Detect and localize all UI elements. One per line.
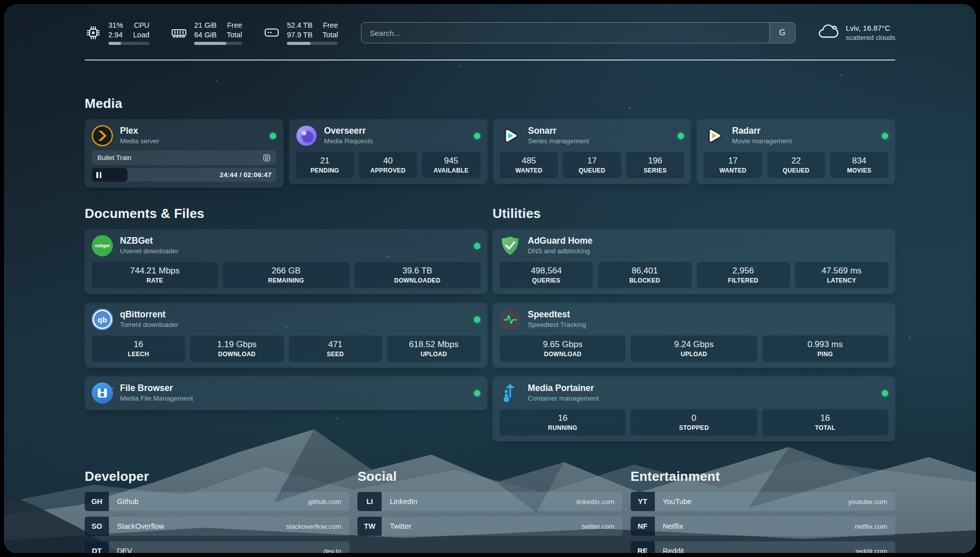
service-card-sonarr[interactable]: Sonarr Series management 485 WANTED 17 Q… (493, 119, 692, 184)
stat-label: QUEUED (783, 167, 810, 175)
section-title-media: Media (85, 96, 895, 112)
service-card-radarr[interactable]: Radarr Movie management 17 WANTED 22 QUE… (697, 119, 895, 184)
bookmark-url: dev.to (324, 547, 342, 553)
section-title-documents: Documents & Files (85, 206, 487, 221)
bookmark-url: youtube.com (848, 498, 887, 506)
header-divider (85, 60, 895, 61)
service-card-qbittorrent[interactable]: qb qBittorrent Torrent downloader 16 LEE… (85, 303, 487, 368)
plex-icon (92, 125, 113, 146)
bookmark-abbr: RE (631, 541, 655, 553)
service-description: DNS and adblocking (528, 247, 592, 256)
stat-label: PING (818, 351, 833, 358)
section-social: Social LI LinkedIn linkedin.com TW Twitt… (357, 469, 622, 541)
bookmark-twitter[interactable]: TW Twitter twitter.com (357, 517, 622, 536)
section-title-developer: Developer (85, 469, 349, 484)
service-card-overseerr[interactable]: Overseerr Media Requests 21 PENDING 40 A… (289, 119, 487, 184)
stat-value: 86,401 (632, 265, 658, 276)
now-playing-row: Bullet Train (92, 150, 276, 165)
radarr-icon (704, 125, 725, 146)
stat-label: RATE (147, 277, 163, 285)
stat-value: 17 (728, 155, 738, 166)
cpu-percent: 31% (108, 21, 123, 30)
service-card-nzbget[interactable]: nzbget NZBGet Usenet downloader 744.21 M… (85, 229, 487, 294)
stat-label: QUERIES (532, 277, 561, 285)
load-label: Load (133, 30, 149, 40)
service-card-adguard[interactable]: AdGuard Home DNS and adblocking 498,564 … (493, 229, 895, 294)
stat-queries: 498,564 QUERIES (500, 262, 593, 288)
service-name: Media Portainer (528, 383, 599, 394)
stat-label: AVAILABLE (434, 167, 469, 175)
status-dot (270, 133, 276, 139)
weather-location-temp: Lviv, 16.87°C (846, 23, 895, 33)
stat-value: 16 (134, 339, 143, 350)
section-utilities: Utilities (493, 206, 895, 441)
bookmark-name: Reddit (663, 547, 684, 553)
service-description: Container management (528, 395, 599, 403)
playback-time: 24:44 / 02:06:47 (220, 171, 272, 179)
stat-value: 47.569 ms (822, 265, 862, 276)
bookmark-name: YouTube (663, 497, 692, 506)
service-name: Speedtest (528, 309, 586, 320)
bookmark-youtube[interactable]: YT YouTube youtube.com (631, 492, 895, 511)
stat-label: PENDING (311, 167, 339, 175)
stat-value: 618.52 Mbps (409, 339, 458, 350)
stat-label: FILTERED (728, 277, 758, 285)
service-description: Usenet downloader (120, 247, 178, 256)
bookmark-netflix[interactable]: NF Netflix netflix.com (631, 517, 895, 536)
bookmark-abbr: YT (631, 492, 655, 511)
bookmark-linkedin[interactable]: LI LinkedIn linkedin.com (357, 492, 622, 511)
search-provider-button[interactable]: G (769, 23, 795, 43)
search-bar: G (361, 22, 795, 43)
free-label: Free (323, 21, 338, 30)
bookmark-dev[interactable]: DT DEV dev.to (85, 541, 349, 553)
stat-value: 17 (587, 155, 597, 166)
adguard-icon (500, 235, 521, 256)
stat-label: DOWNLOAD (218, 351, 256, 358)
stat-value: 1.19 Gbps (217, 339, 257, 350)
stat-approved: 40 APPROVED (359, 152, 417, 178)
bookmark-reddit[interactable]: RE Reddit reddit.com (631, 541, 895, 553)
bookmark-name: DEV (117, 547, 132, 553)
stat-label: WANTED (515, 167, 542, 175)
stat-value: 9.24 Gbps (674, 339, 713, 350)
section-documents: Documents & Files nzbget NZBGet Usenet d… (85, 206, 487, 410)
service-card-portainer[interactable]: Media Portainer Container management 16 … (493, 376, 895, 441)
status-dot (678, 133, 684, 139)
memory-progress-bar (194, 42, 242, 45)
section-entertainment: Entertainment YT YouTube youtube.com NF … (631, 469, 895, 553)
nzbget-icon: nzbget (92, 235, 113, 256)
bookmark-name: StackOverflow (117, 522, 164, 530)
bookmark-github[interactable]: GH Github github.com (85, 492, 349, 511)
stat-value: 266 GB (272, 265, 301, 276)
disk-widget: 52.4 TB 97.9 TB Free Total (263, 21, 338, 44)
stat-ping: 0.993 ms PING (762, 336, 888, 362)
service-name: Radarr (732, 126, 792, 137)
cpu-load-value: 2.94 (108, 30, 123, 40)
stat-queued: 17 QUEUED (563, 152, 621, 178)
stat-value: 39.6 TB (402, 265, 432, 276)
status-dot (882, 133, 888, 139)
stat-upload: 618.52 Mbps UPLOAD (387, 336, 480, 362)
bookmark-abbr: LI (357, 492, 382, 511)
bookmark-abbr: GH (85, 492, 109, 511)
view-icon[interactable] (263, 154, 271, 162)
weather-widget: Lviv, 16.87°C scattered clouds (817, 23, 895, 43)
stat-label: LEECH (128, 351, 149, 358)
stat-filtered: 2,956 FILTERED (697, 262, 790, 288)
bookmark-url: twitter.com (582, 523, 615, 530)
service-description: Media File Management (120, 395, 193, 403)
service-card-speedtest[interactable]: Speedtest Speedtest Tracking 9.65 Gbps D… (493, 303, 895, 368)
disk-labels: Free Total (323, 21, 338, 39)
section-title-utilities: Utilities (493, 206, 895, 221)
stat-available: 945 AVAILABLE (422, 152, 480, 178)
speedtest-icon (500, 309, 521, 330)
stat-label: REMAINING (268, 277, 304, 285)
dashboard-screen: 31% 2.94 CPU Load (4, 4, 976, 553)
search-input[interactable] (361, 23, 769, 43)
service-card-filebrowser[interactable]: File Browser Media File Management (85, 376, 487, 410)
bookmark-abbr: TW (357, 517, 382, 536)
stat-value: 21 (320, 155, 330, 166)
stat-label: QUEUED (579, 167, 605, 175)
service-card-plex[interactable]: Plex Media server Bullet Train (85, 119, 283, 188)
bookmark-stackoverflow[interactable]: SO StackOverflow stackoverflow.com (85, 517, 349, 536)
